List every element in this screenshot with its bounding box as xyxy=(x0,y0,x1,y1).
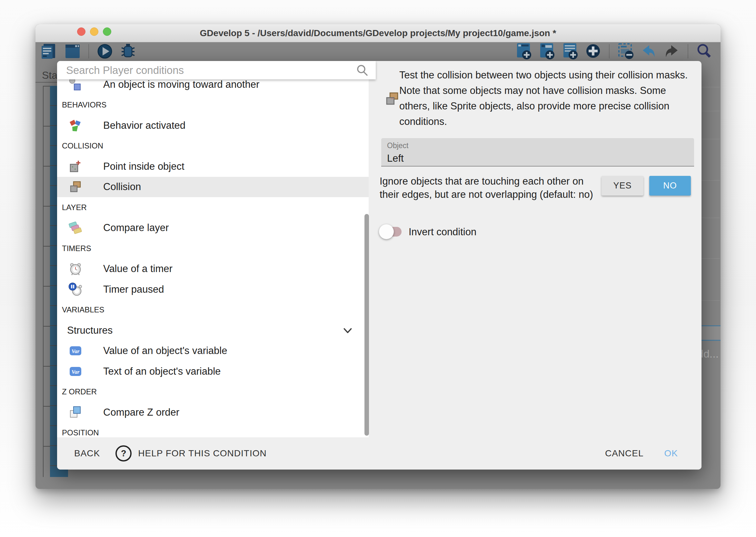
background-row-divider xyxy=(700,111,720,111)
behavior-icon xyxy=(68,118,83,133)
timer-paused-icon xyxy=(68,282,83,297)
condition-item-an-object-is-moving-toward-another[interactable]: An object is moving toward another xyxy=(57,79,369,95)
label: TIMERS xyxy=(62,244,91,253)
description-line: Test the collision between two objects u… xyxy=(399,67,688,83)
search-icon xyxy=(356,64,369,77)
background-row-divider xyxy=(700,180,720,181)
timer-icon xyxy=(68,262,83,276)
toolbar-separator xyxy=(609,44,610,59)
add-scene-icon[interactable] xyxy=(514,43,533,60)
collision-icon xyxy=(68,180,83,194)
ok-button[interactable]: OK xyxy=(662,448,680,459)
condition-item-compare-layer[interactable]: Compare layer xyxy=(57,218,369,238)
debug-icon[interactable] xyxy=(119,43,137,60)
chevron-down-icon xyxy=(342,325,353,336)
toolbar-right xyxy=(514,43,713,60)
layer-icon xyxy=(68,221,83,235)
object-field-value: Left xyxy=(387,153,694,164)
undo-icon[interactable] xyxy=(639,43,658,60)
window-titlebar[interactable]: GDevelop 5 - /Users/david/Documents/GDev… xyxy=(35,24,721,42)
help-icon[interactable]: ? xyxy=(115,445,132,462)
search-input[interactable] xyxy=(57,61,356,79)
redo-icon[interactable] xyxy=(662,43,681,60)
background-tab-underline xyxy=(35,82,57,83)
window-title: GDevelop 5 - /Users/david/Documents/GDev… xyxy=(200,28,556,38)
collision-icon xyxy=(384,90,400,107)
invert-condition-toggle-knob[interactable] xyxy=(379,224,394,239)
help-button[interactable]: HELP FOR THIS CONDITION xyxy=(136,448,268,459)
zorder-icon xyxy=(68,405,83,420)
back-button[interactable]: BACK xyxy=(72,448,102,459)
description-line: others, like Sprite objects, also provid… xyxy=(399,99,688,114)
background-row-divider xyxy=(700,218,720,218)
background-row-divider xyxy=(700,87,720,87)
label: Compare Z order xyxy=(103,407,179,418)
move-toward-icon xyxy=(68,79,83,92)
condition-item-value-of-an-object-s-variable[interactable]: VarValue of an object's variable xyxy=(57,341,369,361)
remove-event-icon[interactable] xyxy=(616,43,635,60)
section-header-layer: LAYER xyxy=(57,197,369,218)
condition-item-timer-paused[interactable]: Timer paused xyxy=(57,279,369,300)
close-button[interactable] xyxy=(77,27,86,36)
condition-item-behavior-activated[interactable]: Behavior activated xyxy=(57,115,369,136)
svg-text:Var: Var xyxy=(72,369,80,375)
label: Value of an object's variable xyxy=(103,345,227,356)
cancel-button[interactable]: CANCEL xyxy=(603,448,646,459)
add-external-events-icon[interactable] xyxy=(537,43,556,60)
condition-item-text-of-an-object-s-variable[interactable]: VarText of an object's variable xyxy=(57,361,369,382)
point-inside-icon xyxy=(68,159,83,174)
condition-item-structures[interactable]: Structures xyxy=(57,320,369,341)
variable-icon: Var xyxy=(68,364,83,379)
condition-list: An object is moving toward anotherBEHAVI… xyxy=(57,79,369,437)
background-selected-field xyxy=(699,325,721,341)
ignore-edges-line: their edges, but are not overlapping (de… xyxy=(380,188,593,201)
label: POSITION xyxy=(62,428,99,437)
label: Structures xyxy=(67,325,113,336)
variable-icon: Var xyxy=(68,343,83,358)
label: COLLISION xyxy=(62,141,103,150)
invert-condition-label: Invert condition xyxy=(409,226,476,238)
yes-button[interactable]: YES xyxy=(601,176,643,195)
label: Behavior activated xyxy=(103,120,185,131)
section-header-behaviors: BEHAVIORS xyxy=(57,95,369,115)
section-header-z-order: Z ORDER xyxy=(57,382,369,402)
description-line: conditions. xyxy=(399,114,688,129)
play-icon[interactable] xyxy=(95,43,114,60)
label: Point inside object xyxy=(103,161,184,172)
zoom-button[interactable] xyxy=(103,27,111,36)
add-external-layout-icon[interactable] xyxy=(560,43,579,60)
label: Timer paused xyxy=(103,284,164,295)
search-icon[interactable] xyxy=(695,43,713,60)
label: Value of a timer xyxy=(103,263,172,275)
section-header-timers: TIMERS xyxy=(57,238,369,259)
section-header-variables: VARIABLES xyxy=(57,300,369,320)
condition-item-compare-z-order[interactable]: Compare Z order xyxy=(57,402,369,423)
add-resource-icon[interactable] xyxy=(584,43,602,60)
section-header-position: POSITION xyxy=(57,423,369,437)
condition-editor-dialog: An object is moving toward anotherBEHAVI… xyxy=(57,61,701,470)
label: Z ORDER xyxy=(62,387,97,396)
condition-item-point-inside-object[interactable]: Point inside object xyxy=(57,156,369,177)
label: Compare layer xyxy=(103,222,169,234)
project-manager-icon[interactable] xyxy=(40,43,59,60)
background-row-divider xyxy=(700,139,720,140)
background-row-divider xyxy=(700,300,720,301)
toolbar-separator xyxy=(88,44,89,59)
scene-editor-icon[interactable] xyxy=(63,43,82,60)
toolbar-separator xyxy=(688,44,688,59)
background-row-divider xyxy=(700,258,720,259)
gdevelop-window: Sta dd... GDevelop 5 - /Users/david/Docu… xyxy=(35,24,721,489)
label: Text of an object's variable xyxy=(103,366,221,377)
label: An object is moving toward another xyxy=(103,79,259,90)
description-line: Note that some objects may not have coll… xyxy=(399,83,688,99)
minimize-button[interactable] xyxy=(90,27,98,36)
list-scrollbar-thumb[interactable] xyxy=(364,214,369,436)
condition-item-value-of-a-timer[interactable]: Value of a timer xyxy=(57,259,369,279)
svg-text:Var: Var xyxy=(72,348,80,354)
condition-description: Test the collision between two objects u… xyxy=(399,67,688,129)
no-button[interactable]: NO xyxy=(649,176,691,195)
condition-item-collision[interactable]: Collision xyxy=(57,177,369,197)
object-field[interactable]: Object Left xyxy=(381,138,694,167)
background-tab-label: Sta xyxy=(42,69,57,81)
dialog-footer: BACK ? HELP FOR THIS CONDITION CANCEL OK xyxy=(57,437,701,470)
